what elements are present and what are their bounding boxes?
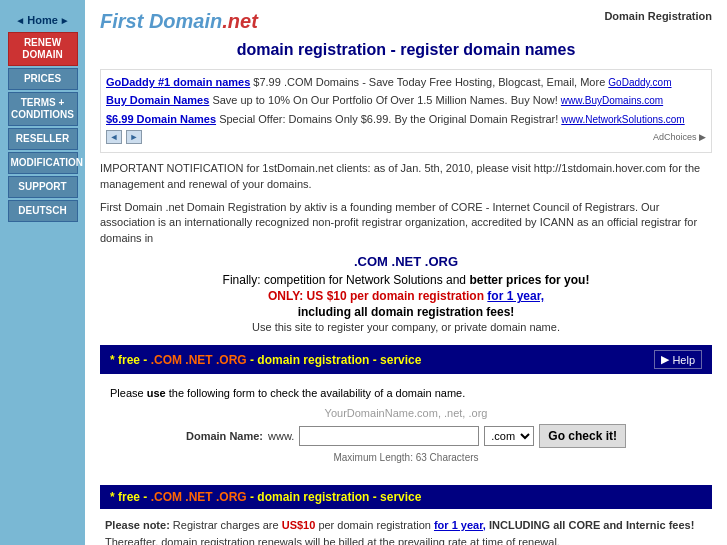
logo-first: First Domain [100, 10, 222, 32]
promo-price-year: for 1 year, [487, 289, 544, 303]
sidebar-item-terms[interactable]: Terms +Conditions [8, 92, 78, 126]
logo-net: .net [222, 10, 258, 32]
form-intro: Please use the following form to check t… [110, 387, 702, 399]
sidebar-item-deutsch[interactable]: Deutsch [8, 200, 78, 222]
sidebar-nav: ◄ Home ► RenewDomain Prices Terms +Condi… [0, 10, 85, 222]
bottom-note-including: INCLUDING all CORE and Internic fees! [486, 519, 694, 531]
ads-section: GoDaddy #1 domain names $7.99 .COM Domai… [100, 69, 712, 153]
ad-link-2[interactable]: Buy Domain Names [106, 94, 209, 106]
form-intro-use: use [147, 387, 166, 399]
domain-extension-select[interactable]: .com .net .org [484, 426, 534, 446]
promo-price-amount: $10 [327, 289, 347, 303]
promo-use: Use this site to register your company, … [100, 321, 712, 333]
ad-text-1: $7.99 .COM Domains - Save Today Free Hos… [253, 76, 608, 88]
help-label: Help [672, 354, 695, 366]
promo-includes: including all domain registration fees! [100, 305, 712, 319]
service-bar2-service: - service [369, 490, 421, 504]
ad-row-3: $6.99 Domain Names Special Offer: Domain… [106, 112, 706, 127]
promo-compete-bold: better prices for you! [469, 273, 589, 287]
bottom-note-price: US$10 [282, 519, 316, 531]
go-check-button[interactable]: Go check it! [539, 424, 626, 448]
promo-price-line: ONLY: US $10 per domain registration for… [100, 289, 712, 303]
domain-www-label: www. [268, 430, 294, 442]
bottom-note-thereafter: Thereafter, domain registration renewals… [105, 536, 560, 545]
promo-only-label: ONLY: [268, 289, 307, 303]
notification-text: IMPORTANT NOTIFICATION for 1stDomain.net… [100, 161, 712, 192]
domain-name-label: Domain Name: [186, 430, 263, 442]
form-intro-please: Please [110, 387, 147, 399]
ad-small-link-2[interactable]: www.BuyDomains.com [561, 95, 663, 106]
domain-hint: YourDomainName.com, .net, .org [110, 407, 702, 419]
ad-small-link-3[interactable]: www.NetworkSolutions.com [561, 114, 684, 125]
service-bar-service: - service [369, 353, 421, 367]
right-arrow-icon: ► [60, 15, 70, 26]
logo: First Domain.net [100, 10, 258, 33]
service-bar-text-2: * free - .COM .NET .ORG - domain registr… [110, 490, 421, 504]
page-title-right: Domain Registration [604, 10, 712, 22]
bottom-note-year: for 1 year, [434, 519, 486, 531]
ad-link-3[interactable]: $6.99 Domain Names [106, 113, 216, 125]
sidebar-item-home[interactable]: ◄ Home ► [0, 10, 85, 30]
service-bar2-domain-reg: domain registration [257, 490, 369, 504]
promo-domains: .COM .NET .ORG [100, 254, 712, 269]
form-section: Please use the following form to check t… [100, 382, 712, 473]
ad-prev-button[interactable]: ◄ [106, 130, 122, 144]
ad-row-1: GoDaddy #1 domain names $7.99 .COM Domai… [106, 75, 706, 90]
promo-box: .COM .NET .ORG Finally: competition for … [100, 254, 712, 333]
promo-us-label: US [307, 289, 327, 303]
ad-small-link-1[interactable]: GoDaddy.com [608, 77, 671, 88]
info-text: First Domain .net Domain Registration by… [100, 200, 712, 246]
home-label: Home [27, 14, 58, 26]
promo-compete: Finally: competition for Network Solutio… [100, 273, 712, 287]
header: First Domain.net Domain Registration [100, 10, 712, 33]
main-content: First Domain.net Domain Registration dom… [85, 0, 727, 545]
ad-row-2: Buy Domain Names Save up to 10% On Our P… [106, 93, 706, 108]
page-title: domain registration - register domain na… [100, 41, 712, 59]
ad-link-1[interactable]: GoDaddy #1 domain names [106, 76, 250, 88]
ad-text-2: Save up to 10% On Our Portfolio Of Over … [212, 94, 560, 106]
domain-name-input[interactable] [299, 426, 479, 446]
left-arrow-icon: ◄ [15, 15, 25, 26]
ad-next-button[interactable]: ► [126, 130, 142, 144]
sidebar-item-renew-domain[interactable]: RenewDomain [8, 32, 78, 66]
ad-choices: AdChoices ▶ [653, 132, 706, 142]
service-bar-2: * free - .COM .NET .ORG - domain registr… [100, 485, 712, 509]
service-bar2-com-net-org: .COM .NET .ORG [151, 490, 247, 504]
form-intro-rest: the following form to check the availabi… [166, 387, 466, 399]
service-bar-1: * free - .COM .NET .ORG - domain registr… [100, 345, 712, 374]
sidebar-item-reseller[interactable]: Reseller [8, 128, 78, 150]
sidebar-item-modification[interactable]: Modification [8, 152, 78, 174]
sidebar-item-prices[interactable]: Prices [8, 68, 78, 90]
bottom-note-please: Please note: [105, 519, 173, 531]
promo-price-suffix: per domain registration [347, 289, 488, 303]
max-length-text: Maximum Length: 63 Characters [110, 452, 702, 463]
domain-form-row: Domain Name: www. .com .net .org Go chec… [110, 424, 702, 448]
ad-controls: ◄ ► AdChoices ▶ [106, 130, 706, 144]
help-button[interactable]: ▶ Help [654, 350, 702, 369]
service-bar2-free: * free - [110, 490, 151, 504]
bottom-note-registrar: Registrar charges are [173, 519, 282, 531]
ad-text-3: Special Offer: Domains Only $6.99. By th… [219, 113, 561, 125]
bottom-note-per-domain: per domain registration [315, 519, 434, 531]
service-bar-domain-reg: domain registration [257, 353, 369, 367]
service-bar-text-1: * free - .COM .NET .ORG - domain registr… [110, 353, 421, 367]
service-bar2-dash: - [247, 490, 258, 504]
service-bar-com-net-org: .COM .NET .ORG [151, 353, 247, 367]
promo-compete-label: Finally: competition for Network Solutio… [223, 273, 470, 287]
ad-choices-arrow: ▶ [699, 132, 706, 142]
service-bar-dash: - [247, 353, 258, 367]
ad-choices-label: AdChoices [653, 132, 697, 142]
help-arrow-icon: ▶ [661, 353, 669, 366]
bottom-note: Please note: Registrar charges are US$10… [100, 517, 712, 545]
sidebar: ◄ Home ► RenewDomain Prices Terms +Condi… [0, 0, 85, 545]
sidebar-item-support[interactable]: Support [8, 176, 78, 198]
service-bar-free: * free - [110, 353, 151, 367]
